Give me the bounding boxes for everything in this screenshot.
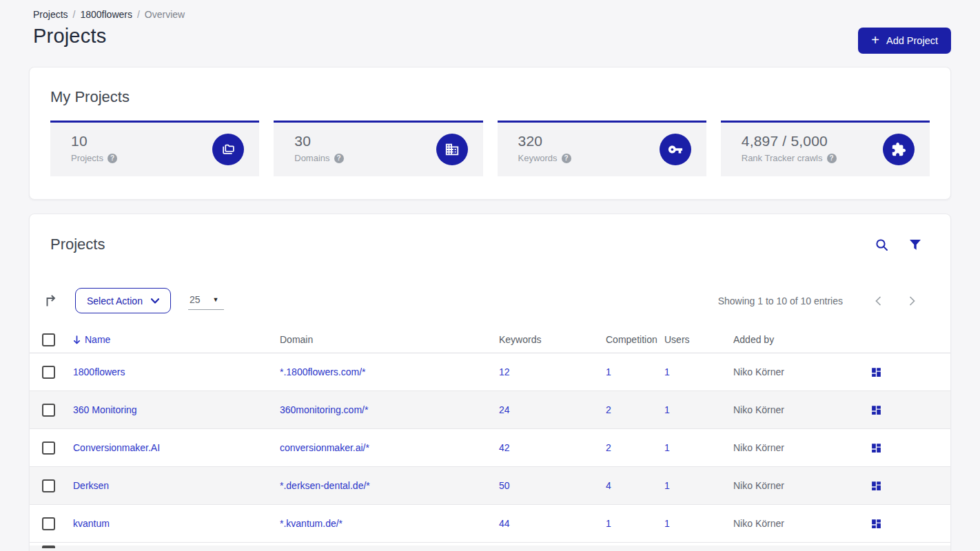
project-keywords-value[interactable]: 42	[499, 442, 510, 453]
table-row-partial	[30, 545, 950, 551]
stat-domains-label: Domains	[294, 153, 329, 163]
dashboard-icon[interactable]	[870, 518, 882, 530]
project-added-by: Niko Körner	[733, 518, 784, 529]
add-project-button[interactable]: + Add Project	[858, 28, 951, 54]
prev-page-icon[interactable]	[869, 293, 887, 309]
project-competition-value[interactable]: 1	[606, 518, 611, 529]
project-name-link[interactable]: 1800flowers	[73, 366, 125, 377]
projects-stack-icon	[212, 134, 244, 165]
project-added-by: Niko Körner	[733, 480, 784, 491]
project-domain-link[interactable]: *.kvantum.de/*	[280, 518, 343, 529]
column-header-keywords: Keywords	[499, 334, 606, 345]
breadcrumb-projects[interactable]: Projects	[33, 9, 68, 20]
chevron-down-icon	[151, 298, 159, 304]
column-header-competition: Competition	[606, 334, 664, 345]
stat-keywords-label: Keywords	[518, 153, 558, 163]
project-added-by: Niko Körner	[733, 442, 784, 453]
next-page-icon[interactable]	[904, 293, 921, 309]
project-competition-value[interactable]: 1	[606, 366, 611, 377]
row-checkbox[interactable]	[42, 517, 55, 530]
table-row: 360 Monitoring 360monitoring.com/* 24 2 …	[30, 391, 950, 429]
project-name-link[interactable]: kvantum	[73, 518, 110, 529]
stats-row: 10 Projects ? 30 Domains ?	[50, 121, 930, 176]
project-users-value[interactable]: 1	[664, 366, 670, 377]
select-action-label: Select Action	[87, 295, 143, 306]
column-header-users: Users	[664, 334, 733, 345]
table-row: Derksen *.derksen-dental.de/* 50 4 1 Nik…	[30, 467, 950, 505]
project-keywords-value[interactable]: 24	[499, 404, 510, 415]
stat-projects: 10 Projects ?	[50, 121, 259, 176]
key-icon	[660, 134, 691, 165]
stat-domains: 30 Domains ?	[274, 121, 482, 176]
projects-table-card: Projects Sel	[29, 214, 951, 551]
caret-down-icon: ▼	[213, 296, 219, 303]
plus-icon: +	[871, 33, 879, 47]
select-all-checkbox[interactable]	[42, 333, 55, 346]
help-icon[interactable]: ?	[827, 154, 837, 163]
project-domain-link[interactable]: 360monitoring.com/*	[280, 404, 368, 415]
column-header-name[interactable]: Name	[73, 334, 280, 345]
table-row: 1800flowers *.1800flowers.com/* 12 1 1 N…	[30, 353, 950, 391]
my-projects-title: My Projects	[50, 88, 930, 106]
bulk-action-arrow-icon	[45, 295, 58, 306]
breadcrumb: Projects / 1800flowers / Overview	[33, 9, 951, 20]
project-added-by: Niko Körner	[733, 404, 784, 415]
filter-icon[interactable]	[909, 239, 921, 251]
project-users-value[interactable]: 1	[664, 518, 670, 529]
table-body: 1800flowers *.1800flowers.com/* 12 1 1 N…	[30, 353, 950, 543]
project-users-value[interactable]: 1	[664, 442, 670, 453]
dashboard-icon[interactable]	[870, 404, 882, 416]
project-name-link[interactable]: 360 Monitoring	[73, 404, 137, 415]
row-checkbox[interactable]	[42, 404, 55, 417]
breadcrumb-overview: Overview	[145, 9, 185, 20]
project-competition-value[interactable]: 2	[606, 404, 611, 415]
row-checkbox[interactable]	[42, 479, 55, 492]
my-projects-card: My Projects 10 Projects ? 30 Domains ?	[29, 67, 951, 200]
project-name-link[interactable]: Conversionmaker.AI	[73, 442, 160, 453]
dashboard-icon[interactable]	[870, 366, 882, 378]
add-project-label: Add Project	[886, 35, 938, 46]
stat-projects-label: Projects	[71, 153, 103, 163]
top-bar: Projects / 1800flowers / Overview Projec…	[0, 0, 980, 48]
project-name-link[interactable]: Derksen	[73, 480, 109, 491]
page-size-value: 25	[190, 294, 201, 305]
search-icon[interactable]	[875, 238, 888, 251]
project-added-by: Niko Körner	[733, 366, 784, 377]
dashboard-icon[interactable]	[870, 480, 882, 492]
puzzle-icon	[883, 134, 915, 165]
select-action-dropdown[interactable]: Select Action	[75, 288, 171, 313]
page-size-select[interactable]: 25 ▼	[188, 291, 224, 310]
table-row: kvantum *.kvantum.de/* 44 1 1 Niko Körne…	[30, 505, 950, 543]
table-row: Conversionmaker.AI conversionmaker.ai/* …	[30, 429, 950, 467]
help-icon[interactable]: ?	[334, 154, 344, 163]
stat-crawls-label: Rank Tracker crawls	[742, 153, 823, 163]
column-header-domain: Domain	[280, 334, 499, 345]
table-header-row: Name Domain Keywords Competition Users A…	[30, 326, 950, 353]
projects-panel-title: Projects	[50, 236, 105, 253]
project-domain-link[interactable]: *.derksen-dental.de/*	[280, 480, 370, 491]
sort-desc-icon	[73, 335, 81, 344]
project-domain-link[interactable]: conversionmaker.ai/*	[280, 442, 369, 453]
project-users-value[interactable]: 1	[664, 480, 670, 491]
row-checkbox[interactable]	[42, 366, 55, 379]
project-competition-value[interactable]: 2	[606, 442, 611, 453]
project-keywords-value[interactable]: 44	[499, 518, 510, 529]
help-icon[interactable]: ?	[108, 154, 117, 163]
project-keywords-value[interactable]: 12	[499, 366, 510, 377]
row-checkbox[interactable]	[42, 545, 55, 548]
project-keywords-value[interactable]: 50	[499, 480, 510, 491]
page-title: Projects	[33, 25, 951, 48]
building-icon	[436, 134, 468, 165]
column-header-added-by: Added by	[733, 334, 870, 345]
help-icon[interactable]: ?	[562, 154, 571, 163]
project-users-value[interactable]: 1	[664, 404, 670, 415]
stat-crawls: 4,897 / 5,000 Rank Tracker crawls ?	[721, 121, 930, 176]
project-domain-link[interactable]: *.1800flowers.com/*	[280, 366, 366, 377]
pagination-status: Showing 1 to 10 of 10 entries	[718, 295, 843, 306]
project-competition-value[interactable]: 4	[606, 480, 611, 491]
row-checkbox[interactable]	[42, 441, 55, 455]
stat-keywords: 320 Keywords ?	[498, 121, 706, 176]
breadcrumb-separator: /	[137, 9, 140, 20]
breadcrumb-1800flowers[interactable]: 1800flowers	[80, 9, 132, 20]
dashboard-icon[interactable]	[870, 442, 882, 454]
